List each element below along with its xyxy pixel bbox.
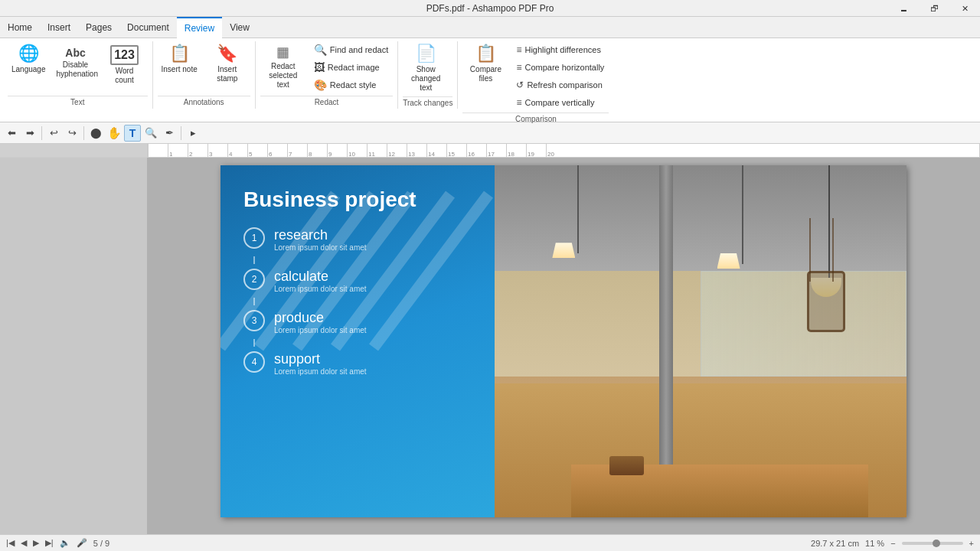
insert-stamp-button[interactable]: 🔖 Insert stamp: [204, 41, 250, 87]
compare-horizontally-label: Compare horizontally: [524, 63, 604, 72]
menu-insert[interactable]: Insert: [40, 17, 78, 38]
compare-horizontally-button[interactable]: ≡ Compare horizontally: [511, 59, 609, 76]
prev-page-button[interactable]: ◀: [21, 538, 27, 548]
toolbar-hand[interactable]: ✋: [106, 125, 122, 142]
menu-review[interactable]: Review: [177, 17, 222, 38]
toolbar-forward[interactable]: ➡: [21, 125, 38, 142]
insert-note-button[interactable]: 📋 Insert note: [158, 41, 201, 87]
step-4-title: support: [274, 351, 367, 367]
toolbar-back[interactable]: ⬅: [3, 125, 20, 142]
compare-vertically-button[interactable]: ≡ Compare vertically: [511, 94, 609, 111]
language-button[interactable]: 🌐 Language: [8, 41, 50, 87]
toolbar-redo[interactable]: ↪: [64, 125, 80, 142]
ruler-mark: [148, 144, 168, 158]
page-left: Business project 1 research Lorem ipsum …: [220, 165, 495, 517]
step-2-circle: 2: [243, 269, 265, 290]
show-changed-text-label: Show changed text: [407, 65, 445, 93]
redact-image-button[interactable]: 🖼 Redact image: [309, 59, 393, 76]
compare-vertically-label: Compare vertically: [524, 98, 594, 107]
compare-files-button[interactable]: 📋 Compare files: [462, 41, 508, 87]
close-button[interactable]: ✕: [949, 0, 980, 17]
language-label: Language: [11, 65, 46, 74]
zoom-in-button[interactable]: +: [969, 539, 974, 548]
zoom-slider[interactable]: [902, 542, 963, 545]
document-area: Business project 1 research Lorem ipsum …: [0, 158, 980, 534]
toolbar-extra[interactable]: ✒: [161, 125, 178, 142]
disable-hyphenation-button[interactable]: Abc Disable hyphenation: [53, 41, 99, 87]
ribbon: 🌐 Language Abc Disable hyphenation 123 W…: [0, 38, 980, 122]
comparison-small-btns-col: ≡ Highlight differences ≡ Compare horizo…: [511, 41, 609, 111]
compare-files-label: Compare files: [466, 65, 505, 83]
zoom-out-button[interactable]: −: [890, 539, 895, 548]
step-2: 2 calculate Lorem ipsum dolor sit amet: [243, 269, 479, 293]
page-left-content: Business project 1 research Lorem ipsum …: [220, 165, 495, 400]
toolbar-more[interactable]: ▸: [185, 125, 201, 142]
redact-selected-button[interactable]: ▦ Redact selected text: [260, 41, 306, 92]
step-3-desc: Lorem ipsum dolor sit amet: [274, 326, 367, 334]
step-1: 1 research Lorem ipsum dolor sit amet: [243, 227, 479, 252]
audio-button[interactable]: 🔈: [60, 538, 70, 548]
menu-view[interactable]: View: [222, 17, 257, 38]
redact-style-button[interactable]: 🎨 Redact style: [309, 77, 393, 93]
step-4-text: support Lorem ipsum dolor sit amet: [274, 351, 367, 376]
redact-image-label: Redact image: [328, 63, 380, 72]
ruler-mark: 3: [207, 144, 227, 158]
status-left: |◀ ◀ ▶ ▶| 🔈 🎤 5 / 9: [6, 538, 109, 548]
word-count-label: Word count: [106, 67, 144, 85]
show-changed-text-button[interactable]: 📄 Show changed text: [403, 41, 449, 95]
toolbar: ⬅ ➡ ↩ ↪ ⬤ ✋ T 🔍 ✒ ▸: [0, 122, 980, 144]
step-connector-2: [253, 298, 255, 305]
ruler-mark: 20: [546, 144, 566, 158]
last-page-button[interactable]: ▶|: [45, 538, 54, 548]
mic-button[interactable]: 🎤: [77, 538, 87, 548]
basket: [609, 456, 644, 475]
maximize-button[interactable]: 🗗: [919, 0, 949, 17]
menu-pages[interactable]: Pages: [78, 17, 119, 38]
page-right: [495, 165, 906, 517]
toolbar-zoom[interactable]: 🔍: [142, 125, 159, 142]
zoom-level: 11 %: [865, 539, 884, 548]
insert-note-icon: 📋: [169, 44, 190, 64]
insert-stamp-label: Insert stamp: [208, 65, 247, 83]
redact-large-btn-col: ▦ Redact selected text: [260, 41, 306, 92]
ruler-inner: 1 2 3 4 5 6 7 8 9 10 11 12 13 14 15 16 1…: [147, 144, 980, 158]
step-4-circle: 4: [243, 351, 265, 373]
menu-home[interactable]: Home: [0, 17, 40, 38]
toolbar-undo[interactable]: ↩: [45, 125, 62, 142]
ruler-mark: 15: [446, 144, 466, 158]
toolbar-text[interactable]: T: [124, 125, 141, 142]
next-page-button[interactable]: ▶: [33, 538, 39, 548]
swing-chair: [807, 271, 845, 332]
show-changed-text-icon: 📄: [416, 44, 436, 64]
toolbar-sep3: [181, 126, 181, 140]
find-redact-button[interactable]: 🔍 Find and redact: [309, 41, 393, 58]
first-page-button[interactable]: |◀: [6, 538, 15, 548]
highlight-differences-icon: ≡: [516, 44, 521, 55]
ruler-mark: 13: [407, 144, 426, 158]
glass-wall: [701, 271, 906, 377]
ruler-mark: 12: [387, 144, 407, 158]
word-count-icon: 123: [110, 45, 139, 65]
toolbar-sep1: [41, 126, 42, 140]
swing-rope-2: [809, 218, 811, 282]
ruler-mark: 19: [526, 144, 546, 158]
refresh-comparison-button[interactable]: ↺ Refresh comparison: [511, 77, 609, 93]
ruler-mark: 6: [267, 144, 287, 158]
page-canvas[interactable]: Business project 1 research Lorem ipsum …: [147, 158, 980, 534]
step-2-text: calculate Lorem ipsum dolor sit amet: [274, 269, 367, 293]
redact-small-btns-col: 🔍 Find and redact 🖼 Redact image 🎨 Redac…: [309, 41, 393, 93]
step-2-title: calculate: [274, 269, 367, 285]
find-redact-icon: 🔍: [314, 44, 327, 56]
compare-horizontally-icon: ≡: [516, 62, 521, 73]
menu-document[interactable]: Document: [119, 17, 177, 38]
light-cord-1: [577, 165, 579, 253]
toolbar-cursor[interactable]: ⬤: [87, 125, 104, 142]
lamp-shade-2: [717, 253, 740, 269]
ruler: 1 2 3 4 5 6 7 8 9 10 11 12 13 14 15 16 1…: [0, 144, 980, 158]
find-redact-label: Find and redact: [330, 45, 388, 54]
word-count-button[interactable]: 123 Word count: [102, 41, 148, 87]
minimize-button[interactable]: 🗕: [888, 0, 919, 17]
swing-rope-1: [832, 218, 834, 282]
step-3-circle: 3: [243, 310, 265, 331]
highlight-differences-button[interactable]: ≡ Highlight differences: [511, 41, 609, 58]
